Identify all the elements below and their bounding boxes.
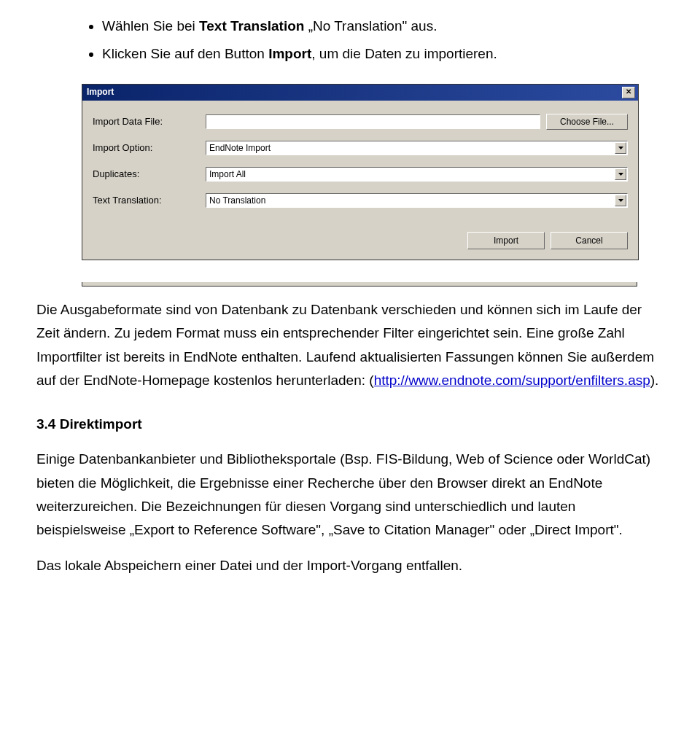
select-value: Import All	[209, 167, 246, 182]
select-duplicates[interactable]: Import All	[206, 167, 628, 182]
label-duplicates: Duplicates:	[93, 166, 206, 182]
chevron-down-icon	[615, 168, 626, 180]
dialog-title: Import	[85, 85, 114, 99]
heading-direktimport: 3.4 Direktimport	[36, 413, 664, 436]
list-item: Klicken Sie auf den Button Import, um di…	[102, 42, 664, 66]
text: Wählen Sie bei	[102, 18, 199, 34]
dialog-button-row: Import Cancel	[82, 225, 638, 260]
paragraph-direktimport-2: Das lokale Abspeichern einer Datei und d…	[36, 554, 664, 577]
label-import-option: Import Option:	[93, 140, 206, 156]
close-icon[interactable]: ✕	[622, 87, 635, 98]
text-bold: Text Translation	[199, 18, 304, 34]
paragraph-output-formats: Die Ausgabeformate sind von Datenbank zu…	[36, 298, 664, 392]
chevron-down-icon	[615, 195, 626, 206]
dialog-shadow-strip	[82, 282, 637, 287]
select-value: EndNote Import	[209, 141, 271, 155]
input-import-data-file[interactable]	[206, 114, 540, 129]
select-text-translation[interactable]: No Translation	[206, 193, 628, 208]
dialog-titlebar: Import ✕	[82, 85, 638, 101]
text-bold: Import	[268, 46, 311, 61]
instruction-list: Wählen Sie bei Text Translation „No Tran…	[36, 15, 664, 66]
paragraph-direktimport-1: Einige Datenbankanbieter und Bibliotheks…	[36, 448, 664, 542]
choose-file-button[interactable]: Choose File...	[546, 114, 628, 130]
row-import-data-file: Import Data File: Choose File...	[93, 114, 628, 130]
row-import-option: Import Option: EndNote Import	[93, 140, 628, 156]
text: ).	[650, 373, 659, 388]
import-dialog: Import ✕ Import Data File: Choose File..…	[82, 84, 637, 260]
svg-marker-1	[618, 173, 623, 176]
row-text-translation: Text Translation: No Translation	[93, 192, 628, 209]
label-import-data-file: Import Data File:	[93, 114, 206, 130]
text: , um die Daten zu importieren.	[311, 46, 497, 61]
svg-marker-2	[618, 199, 623, 202]
list-item: Wählen Sie bei Text Translation „No Tran…	[102, 15, 664, 38]
row-duplicates: Duplicates: Import All	[93, 166, 628, 182]
text: „No Translation" aus.	[304, 18, 437, 34]
label-text-translation: Text Translation:	[93, 192, 206, 209]
link-enfilters[interactable]: http://www.endnote.com/support/enfilters…	[374, 373, 650, 388]
select-value: No Translation	[209, 193, 265, 208]
import-button[interactable]: Import	[467, 232, 545, 249]
svg-marker-0	[618, 147, 623, 149]
select-import-option[interactable]: EndNote Import	[206, 141, 628, 155]
cancel-button[interactable]: Cancel	[551, 232, 628, 249]
chevron-down-icon	[615, 142, 626, 154]
text: Klicken Sie auf den Button	[102, 46, 268, 61]
